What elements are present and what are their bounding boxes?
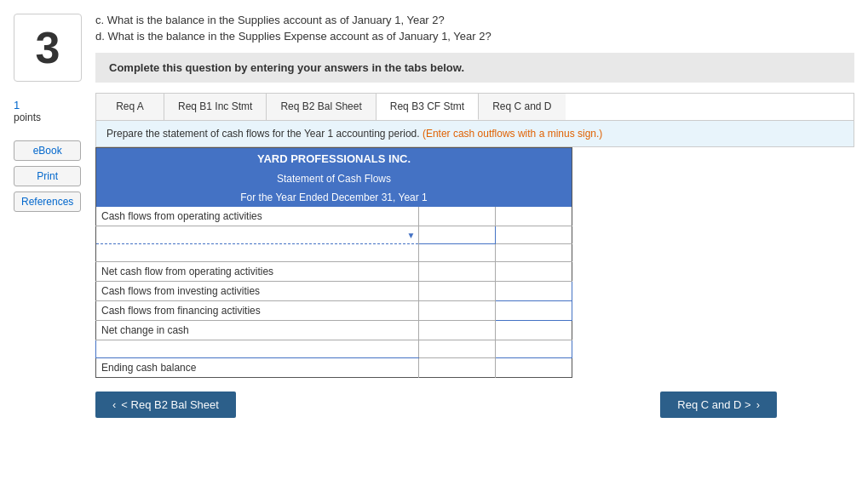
- table-row: Cash flows from financing activities: [96, 301, 572, 321]
- empty-col1-input[interactable]: [419, 246, 495, 260]
- points-label: points: [14, 111, 41, 123]
- cf-label-financing: Cash flows from financing activities: [96, 301, 419, 321]
- table-row: Net change in cash: [96, 321, 572, 340]
- table-row: Cash flows from operating activities: [96, 207, 572, 226]
- tab-req-a[interactable]: Req A: [96, 94, 164, 120]
- points-value: 1: [14, 99, 41, 111]
- dropdown-col1-input[interactable]: [419, 228, 495, 242]
- table-row: Cash flows from investing activities: [96, 282, 572, 301]
- statement-title: Statement of Cash Flows: [96, 169, 572, 188]
- period: For the Year Ended December 31, Year 1: [96, 188, 572, 207]
- ebook-button[interactable]: eBook: [14, 140, 81, 161]
- tab-req-b2[interactable]: Req B2 Bal Sheet: [267, 94, 376, 120]
- question-part-c: c. What is the balance in the Supplies a…: [95, 14, 854, 26]
- cf-label-operating: Cash flows from operating activities: [96, 207, 419, 226]
- cf-label-ending: Ending cash balance: [96, 358, 419, 378]
- cf-label-investing: Cash flows from investing activities: [96, 282, 419, 301]
- print-button[interactable]: Print: [14, 166, 81, 186]
- cf-label-net-change: Net change in cash: [96, 321, 419, 340]
- financing-col2-input[interactable]: [496, 304, 572, 317]
- table-row: [96, 340, 572, 358]
- instruction-box: Complete this question by entering your …: [95, 53, 854, 83]
- cf-label-net-operating: Net cash flow from operating activities: [96, 262, 419, 282]
- tabs-container: Req A Req B1 Inc Stmt Req B2 Bal Sheet R…: [95, 93, 854, 120]
- beginning-label-input[interactable]: [100, 342, 415, 356]
- prev-button[interactable]: ‹ < Req B2 Bal Sheet: [95, 392, 236, 418]
- prepare-note: Prepare the statement of cash flows for …: [95, 120, 854, 147]
- dropdown-arrow-icon: ▼: [406, 231, 415, 240]
- tab-req-c-d[interactable]: Req C and D: [479, 94, 565, 120]
- investing-col2-input[interactable]: [496, 284, 572, 298]
- prev-arrow-icon: ‹: [112, 398, 116, 411]
- empty-label-input[interactable]: [100, 246, 415, 260]
- table-row: ▼: [96, 226, 572, 244]
- company-name: YARD PROFESSIONALS INC.: [96, 148, 572, 170]
- question-number: 3: [14, 14, 82, 82]
- table-row: Net cash flow from operating activities: [96, 262, 572, 282]
- tab-req-b3[interactable]: Req B3 CF Stmt: [377, 94, 479, 120]
- cash-flow-table: YARD PROFESSIONALS INC. Statement of Cas…: [95, 147, 572, 378]
- beginning-col2-input[interactable]: [496, 342, 572, 356]
- next-arrow-icon: ›: [756, 398, 760, 411]
- question-part-d: d. What is the balance in the Supplies E…: [95, 30, 854, 43]
- tab-req-b1[interactable]: Req B1 Inc Stmt: [164, 94, 267, 120]
- table-row: [96, 244, 572, 262]
- table-row: Ending cash balance: [96, 358, 572, 378]
- dropdown-label-input[interactable]: [100, 228, 405, 242]
- next-button[interactable]: Req C and D > ›: [660, 392, 777, 418]
- bottom-navigation: ‹ < Req B2 Bal Sheet Req C and D > ›: [95, 392, 777, 418]
- references-button[interactable]: References: [14, 191, 81, 212]
